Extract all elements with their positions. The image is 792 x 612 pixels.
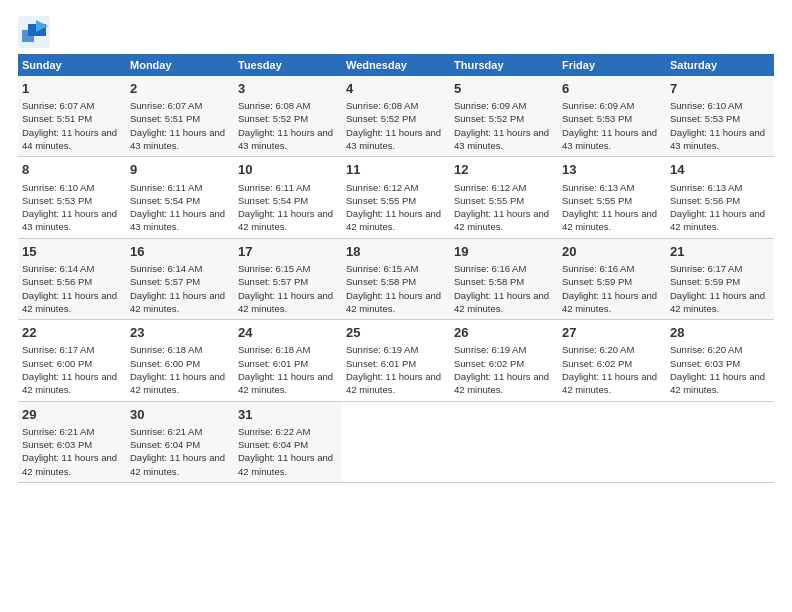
sunset: Sunset: 5:58 PM (346, 276, 416, 287)
sunrise: Sunrise: 6:18 AM (238, 344, 310, 355)
sunset: Sunset: 5:52 PM (454, 113, 524, 124)
svg-marker-2 (22, 30, 34, 42)
daylight: Daylight: 11 hours and 43 minutes. (454, 127, 549, 151)
day-number: 9 (130, 161, 230, 179)
sunrise: Sunrise: 6:11 AM (238, 182, 310, 193)
daylight: Daylight: 11 hours and 43 minutes. (130, 208, 225, 232)
header-row: SundayMondayTuesdayWednesdayThursdayFrid… (18, 54, 774, 76)
sunset: Sunset: 5:57 PM (130, 276, 200, 287)
daylight: Daylight: 11 hours and 42 minutes. (130, 452, 225, 476)
sunset: Sunset: 6:00 PM (22, 358, 92, 369)
sunset: Sunset: 5:51 PM (130, 113, 200, 124)
day-cell: 18Sunrise: 6:15 AMSunset: 5:58 PMDayligh… (342, 238, 450, 319)
daylight: Daylight: 11 hours and 42 minutes. (346, 208, 441, 232)
day-number: 23 (130, 324, 230, 342)
daylight: Daylight: 11 hours and 42 minutes. (562, 290, 657, 314)
daylight: Daylight: 11 hours and 42 minutes. (22, 371, 117, 395)
daylight: Daylight: 11 hours and 42 minutes. (670, 208, 765, 232)
sunrise: Sunrise: 6:08 AM (238, 100, 310, 111)
day-cell: 12Sunrise: 6:12 AMSunset: 5:55 PMDayligh… (450, 157, 558, 238)
day-cell: 20Sunrise: 6:16 AMSunset: 5:59 PMDayligh… (558, 238, 666, 319)
day-number: 11 (346, 161, 446, 179)
sunrise: Sunrise: 6:11 AM (130, 182, 202, 193)
sunset: Sunset: 5:56 PM (22, 276, 92, 287)
sunset: Sunset: 6:01 PM (346, 358, 416, 369)
daylight: Daylight: 11 hours and 42 minutes. (130, 290, 225, 314)
daylight: Daylight: 11 hours and 43 minutes. (238, 127, 333, 151)
sunrise: Sunrise: 6:14 AM (22, 263, 94, 274)
sunset: Sunset: 5:53 PM (22, 195, 92, 206)
col-header-wednesday: Wednesday (342, 54, 450, 76)
day-cell: 1Sunrise: 6:07 AMSunset: 5:51 PMDaylight… (18, 76, 126, 157)
day-cell: 29Sunrise: 6:21 AMSunset: 6:03 PMDayligh… (18, 401, 126, 482)
day-number: 24 (238, 324, 338, 342)
day-cell: 10Sunrise: 6:11 AMSunset: 5:54 PMDayligh… (234, 157, 342, 238)
daylight: Daylight: 11 hours and 43 minutes. (346, 127, 441, 151)
daylight: Daylight: 11 hours and 42 minutes. (670, 371, 765, 395)
sunrise: Sunrise: 6:12 AM (454, 182, 526, 193)
daylight: Daylight: 11 hours and 42 minutes. (346, 290, 441, 314)
daylight: Daylight: 11 hours and 42 minutes. (238, 452, 333, 476)
week-row-5: 29Sunrise: 6:21 AMSunset: 6:03 PMDayligh… (18, 401, 774, 482)
day-cell: 27Sunrise: 6:20 AMSunset: 6:02 PMDayligh… (558, 320, 666, 401)
day-number: 7 (670, 80, 770, 98)
day-cell: 6Sunrise: 6:09 AMSunset: 5:53 PMDaylight… (558, 76, 666, 157)
day-cell (450, 401, 558, 482)
sunrise: Sunrise: 6:20 AM (670, 344, 742, 355)
day-cell: 4Sunrise: 6:08 AMSunset: 5:52 PMDaylight… (342, 76, 450, 157)
sunrise: Sunrise: 6:14 AM (130, 263, 202, 274)
day-number: 25 (346, 324, 446, 342)
week-row-3: 15Sunrise: 6:14 AMSunset: 5:56 PMDayligh… (18, 238, 774, 319)
day-cell: 19Sunrise: 6:16 AMSunset: 5:58 PMDayligh… (450, 238, 558, 319)
sunset: Sunset: 5:52 PM (238, 113, 308, 124)
daylight: Daylight: 11 hours and 43 minutes. (22, 208, 117, 232)
daylight: Daylight: 11 hours and 42 minutes. (562, 208, 657, 232)
sunset: Sunset: 6:04 PM (130, 439, 200, 450)
day-cell: 2Sunrise: 6:07 AMSunset: 5:51 PMDaylight… (126, 76, 234, 157)
day-number: 3 (238, 80, 338, 98)
sunrise: Sunrise: 6:10 AM (670, 100, 742, 111)
daylight: Daylight: 11 hours and 42 minutes. (22, 452, 117, 476)
sunset: Sunset: 5:53 PM (670, 113, 740, 124)
day-number: 6 (562, 80, 662, 98)
sunrise: Sunrise: 6:18 AM (130, 344, 202, 355)
sunset: Sunset: 5:59 PM (670, 276, 740, 287)
day-cell: 16Sunrise: 6:14 AMSunset: 5:57 PMDayligh… (126, 238, 234, 319)
sunset: Sunset: 5:56 PM (670, 195, 740, 206)
sunrise: Sunrise: 6:21 AM (22, 426, 94, 437)
day-number: 4 (346, 80, 446, 98)
sunset: Sunset: 5:53 PM (562, 113, 632, 124)
calendar-table: SundayMondayTuesdayWednesdayThursdayFrid… (18, 54, 774, 483)
sunset: Sunset: 5:52 PM (346, 113, 416, 124)
day-number: 8 (22, 161, 122, 179)
sunset: Sunset: 6:03 PM (670, 358, 740, 369)
daylight: Daylight: 11 hours and 42 minutes. (238, 371, 333, 395)
day-number: 16 (130, 243, 230, 261)
sunrise: Sunrise: 6:12 AM (346, 182, 418, 193)
day-number: 10 (238, 161, 338, 179)
day-cell: 21Sunrise: 6:17 AMSunset: 5:59 PMDayligh… (666, 238, 774, 319)
day-cell: 14Sunrise: 6:13 AMSunset: 5:56 PMDayligh… (666, 157, 774, 238)
day-cell (666, 401, 774, 482)
day-number: 14 (670, 161, 770, 179)
daylight: Daylight: 11 hours and 43 minutes. (670, 127, 765, 151)
daylight: Daylight: 11 hours and 43 minutes. (562, 127, 657, 151)
page: SundayMondayTuesdayWednesdayThursdayFrid… (0, 0, 792, 612)
sunset: Sunset: 5:54 PM (238, 195, 308, 206)
day-cell: 24Sunrise: 6:18 AMSunset: 6:01 PMDayligh… (234, 320, 342, 401)
day-cell: 22Sunrise: 6:17 AMSunset: 6:00 PMDayligh… (18, 320, 126, 401)
sunrise: Sunrise: 6:22 AM (238, 426, 310, 437)
day-cell: 11Sunrise: 6:12 AMSunset: 5:55 PMDayligh… (342, 157, 450, 238)
day-cell: 13Sunrise: 6:13 AMSunset: 5:55 PMDayligh… (558, 157, 666, 238)
daylight: Daylight: 11 hours and 42 minutes. (130, 371, 225, 395)
sunrise: Sunrise: 6:07 AM (130, 100, 202, 111)
col-header-monday: Monday (126, 54, 234, 76)
week-row-2: 8Sunrise: 6:10 AMSunset: 5:53 PMDaylight… (18, 157, 774, 238)
day-cell: 23Sunrise: 6:18 AMSunset: 6:00 PMDayligh… (126, 320, 234, 401)
sunrise: Sunrise: 6:13 AM (670, 182, 742, 193)
day-number: 15 (22, 243, 122, 261)
sunrise: Sunrise: 6:13 AM (562, 182, 634, 193)
day-cell: 30Sunrise: 6:21 AMSunset: 6:04 PMDayligh… (126, 401, 234, 482)
sunrise: Sunrise: 6:17 AM (670, 263, 742, 274)
sunset: Sunset: 5:51 PM (22, 113, 92, 124)
